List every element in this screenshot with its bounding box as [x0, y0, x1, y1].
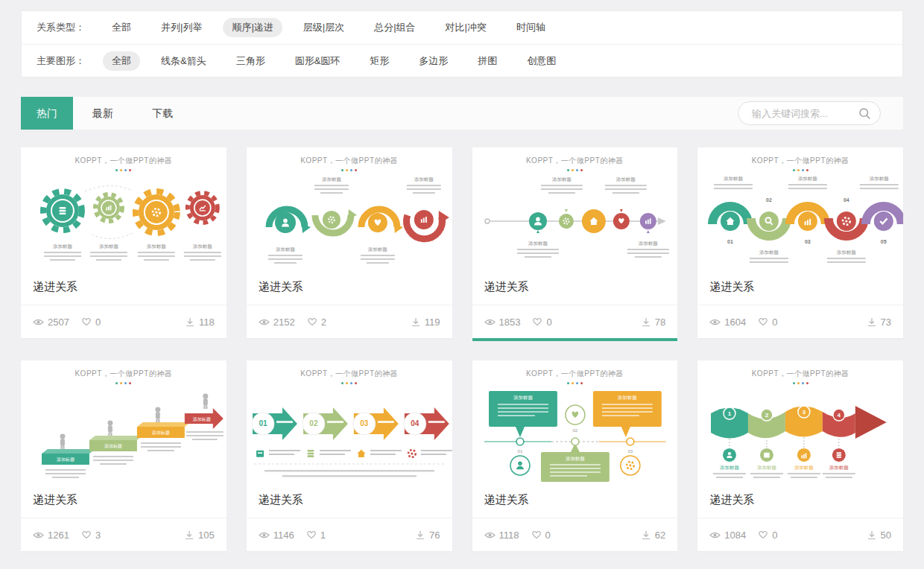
card-preview[interactable]: KOPPT，一个做PPT的神器 [21, 147, 227, 270]
home-icon [357, 450, 365, 457]
svg-text:02: 02 [572, 428, 578, 433]
views-count: 2507 [33, 317, 69, 328]
filter-item[interactable]: 多边形 [410, 51, 457, 71]
person-silhouette [60, 434, 65, 449]
like-button[interactable]: 2 [307, 317, 326, 328]
like-button[interactable]: 0 [531, 530, 551, 541]
template-card[interactable]: KOPPT，一个做PPT的神器 1 2 3 4 [697, 360, 903, 551]
card-title[interactable]: 递进关系 [247, 483, 452, 518]
preview-brand-text: KOPPT，一个做PPT的神器 [472, 369, 678, 379]
card-preview[interactable]: KOPPT，一个做PPT的神器 添加标题 [472, 147, 678, 270]
like-button[interactable]: 1 [306, 530, 326, 541]
svg-text:4: 4 [838, 412, 841, 419]
filter-item[interactable]: 全部 [103, 18, 140, 37]
tab-downloads[interactable]: 下载 [133, 97, 192, 130]
views-count: 1084 [709, 530, 746, 541]
card-preview[interactable]: KOPPT，一个做PPT的神器 1 2 3 4 [697, 360, 903, 483]
download-button[interactable]: 73 [867, 317, 891, 328]
relation-type-filter-row: 关系类型： 全部 并列|列举 顺序|递进 层级|层次 总分|组合 对比|冲突 时… [22, 11, 902, 44]
template-card-active[interactable]: KOPPT，一个做PPT的神器 添加标题 [472, 147, 678, 338]
template-card[interactable]: KOPPT，一个做PPT的神器 添加标题 添加标题 添加标题 [472, 360, 678, 551]
filter-item[interactable]: 创意图 [518, 51, 565, 71]
person-silhouette [107, 421, 113, 436]
filter-item-selected[interactable]: 全部 [103, 51, 140, 71]
like-button[interactable]: 3 [81, 530, 101, 541]
filter-item[interactable]: 对比|冲突 [437, 18, 496, 37]
preview-brand-text: KOPPT，一个做PPT的神器 [472, 156, 678, 166]
download-button[interactable]: 62 [641, 530, 665, 541]
template-grid: KOPPT，一个做PPT的神器 [21, 147, 903, 551]
download-button[interactable]: 50 [867, 530, 891, 541]
card-title[interactable]: 递进关系 [21, 270, 227, 305]
like-button[interactable]: 0 [81, 317, 101, 328]
download-icon [641, 317, 651, 327]
card-title[interactable]: 递进关系 [697, 270, 903, 305]
svg-text:02: 02 [309, 420, 318, 428]
svg-text:03: 03 [805, 239, 811, 244]
card-title[interactable]: 递进关系 [472, 483, 678, 518]
svg-text:添加标题: 添加标题 [724, 176, 743, 182]
tab-newest[interactable]: 最新 [73, 97, 133, 130]
calendar-icon [256, 451, 264, 457]
filter-item[interactable]: 拼图 [469, 51, 506, 71]
heart-icon [307, 317, 317, 326]
database-icon [837, 452, 842, 457]
filter-item[interactable]: 三角形 [227, 51, 274, 71]
search-icon[interactable] [858, 107, 871, 120]
svg-text:04: 04 [844, 197, 849, 203]
tab-hot[interactable]: 热门 [21, 97, 73, 130]
filter-item[interactable]: 线条&箭头 [152, 51, 215, 71]
filter-item[interactable]: 并列|列举 [152, 18, 211, 37]
card-title[interactable]: 递进关系 [472, 270, 678, 305]
template-card[interactable]: KOPPT，一个做PPT的神器 添加标题 [247, 147, 452, 338]
download-icon [867, 530, 877, 540]
svg-text:添加标题: 添加标题 [565, 456, 584, 462]
card-preview[interactable]: KOPPT，一个做PPT的神器 添加标题 添加标题 添加标题 [472, 360, 678, 483]
svg-text:添加标题: 添加标题 [837, 249, 856, 255]
svg-text:添加标题: 添加标题 [638, 241, 657, 247]
eye-icon [484, 318, 496, 326]
search-input[interactable] [750, 107, 858, 120]
like-button[interactable]: 0 [758, 530, 777, 541]
download-button[interactable]: 118 [185, 317, 215, 328]
search-box[interactable] [738, 101, 881, 125]
download-button[interactable]: 76 [415, 530, 440, 541]
preview-brand-text: KOPPT，一个做PPT的神器 [247, 156, 452, 166]
download-button[interactable]: 119 [411, 317, 440, 328]
card-preview[interactable]: KOPPT，一个做PPT的神器 01 02 03 04 [697, 147, 903, 270]
svg-text:1: 1 [728, 410, 732, 417]
filter-item[interactable]: 矩形 [361, 51, 398, 71]
card-title[interactable]: 递进关系 [697, 483, 903, 518]
filter-item-selected[interactable]: 顺序|递进 [223, 18, 282, 37]
card-title[interactable]: 递进关系 [247, 270, 452, 305]
card-title[interactable]: 递进关系 [21, 483, 227, 518]
preview-graphic-number-arrows: 01 02 03 04 [247, 385, 452, 483]
download-button[interactable]: 78 [641, 317, 665, 328]
download-button[interactable]: 105 [184, 530, 215, 541]
download-icon [184, 530, 194, 540]
like-button[interactable]: 0 [758, 317, 777, 328]
svg-text:添加标题: 添加标题 [617, 395, 636, 401]
card-preview[interactable]: KOPPT，一个做PPT的神器 01 02 03 [247, 360, 452, 483]
template-card[interactable]: KOPPT，一个做PPT的神器 添加标题 添加标题 添加标题 添加标题 [21, 360, 227, 551]
card-stats: 2152 2 119 [247, 305, 452, 338]
filter-item[interactable]: 层级|层次 [294, 18, 353, 37]
template-card[interactable]: KOPPT，一个做PPT的神器 01 02 03 [247, 360, 452, 551]
like-button[interactable]: 0 [532, 317, 551, 328]
tabs-bar: 热门 最新 下载 [21, 97, 903, 130]
filter-item[interactable]: 总分|组合 [365, 18, 424, 37]
eye-icon [709, 318, 721, 326]
svg-text:02: 02 [766, 197, 772, 203]
brand-dots [697, 382, 903, 384]
svg-text:03: 03 [627, 449, 633, 454]
filter-item[interactable]: 圆形&圆环 [286, 51, 349, 71]
preview-graphic-curved-arrows: 添加标题 添加标题 添加标题 添加标题 [247, 172, 452, 270]
filter-item[interactable]: 时间轴 [507, 18, 554, 37]
template-card[interactable]: KOPPT，一个做PPT的神器 01 02 03 04 [697, 147, 903, 338]
preview-graphic-arc-wave: 01 02 03 04 05 添加标题 添加标题 添加标题 添加标题 添加标题 [697, 172, 903, 270]
svg-text:添加标题: 添加标题 [551, 177, 571, 182]
download-icon [185, 317, 195, 327]
template-card[interactable]: KOPPT，一个做PPT的神器 [21, 147, 227, 338]
card-preview[interactable]: KOPPT，一个做PPT的神器 添加标题 [247, 147, 452, 270]
card-preview[interactable]: KOPPT，一个做PPT的神器 添加标题 添加标题 添加标题 添加标题 [21, 360, 227, 483]
